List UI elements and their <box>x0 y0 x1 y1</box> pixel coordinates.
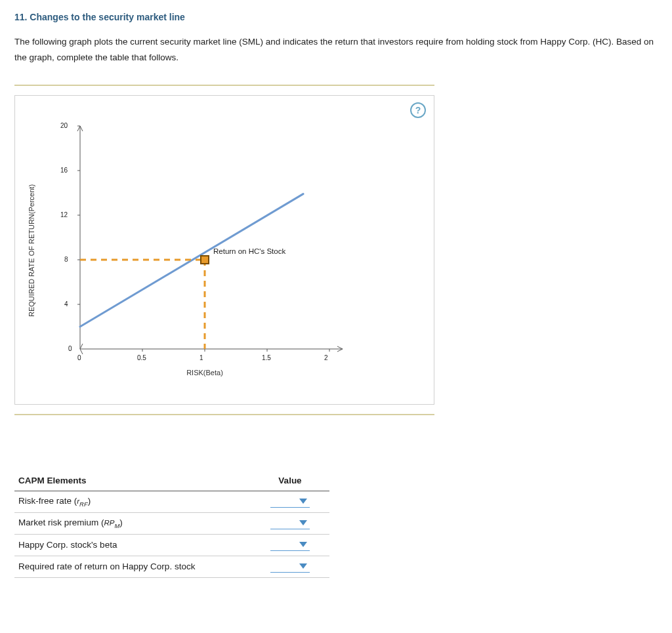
x-axis-label: RISK(Beta) <box>186 369 223 377</box>
chart-svg[interactable] <box>80 126 362 349</box>
dropdown-rpm[interactable] <box>270 518 310 529</box>
dropdown-beta[interactable] <box>270 539 310 551</box>
xtick-1.0: 1 <box>200 354 203 361</box>
th-value: Value <box>251 470 329 491</box>
row-label-rpm: Market risk premium (RPM) <box>14 512 251 534</box>
ytick-12: 12 <box>60 211 68 218</box>
ytick-20: 20 <box>60 122 68 129</box>
xtick-0: 0 <box>77 354 81 361</box>
table-row: Happy Corp. stock's beta <box>14 534 329 556</box>
xtick-1.5: 1.5 <box>262 354 271 361</box>
table-row: Required rate of return on Happy Corp. s… <box>14 556 329 577</box>
ytick-4: 4 <box>64 300 68 308</box>
chevron-down-icon <box>299 563 307 569</box>
dropdown-rf[interactable] <box>270 496 310 508</box>
row-label-rf: Risk-free rate (rRF) <box>14 491 251 512</box>
help-icon[interactable]: ? <box>410 102 426 118</box>
y-axis-label: REQUIRED RATE OF RETURN(Percent) <box>28 184 35 317</box>
xtick-0.5: 0.5 <box>137 354 146 361</box>
divider-top <box>14 85 434 86</box>
th-elements: CAPM Elements <box>14 470 251 491</box>
capm-table: CAPM Elements Value Risk-free rate (rRF)… <box>14 470 329 578</box>
intro-text: The following graph plots the current se… <box>14 34 658 66</box>
chart-card: ? REQUIRED RATE OF RETURN(Percent) 20 16… <box>14 95 434 405</box>
chevron-down-icon <box>299 542 307 547</box>
page-title: 11. Changes to the security market line <box>14 12 658 22</box>
chevron-down-icon <box>299 499 307 504</box>
table-row: Risk-free rate (rRF) <box>14 491 329 512</box>
divider-bottom <box>14 414 434 415</box>
row-label-req: Required rate of return on Happy Corp. s… <box>14 556 251 577</box>
xtick-2.0: 2 <box>324 354 328 361</box>
plot-area: REQUIRED RATE OF RETURN(Percent) 20 16 1… <box>41 119 408 382</box>
table-row: Market risk premium (RPM) <box>14 512 329 534</box>
chevron-down-icon <box>299 520 307 525</box>
row-label-beta: Happy Corp. stock's beta <box>14 534 251 556</box>
ytick-8: 8 <box>64 256 68 263</box>
ytick-0: 0 <box>68 345 72 352</box>
dropdown-req[interactable] <box>270 561 310 573</box>
hc-point <box>201 256 209 264</box>
ytick-16: 16 <box>60 167 68 174</box>
